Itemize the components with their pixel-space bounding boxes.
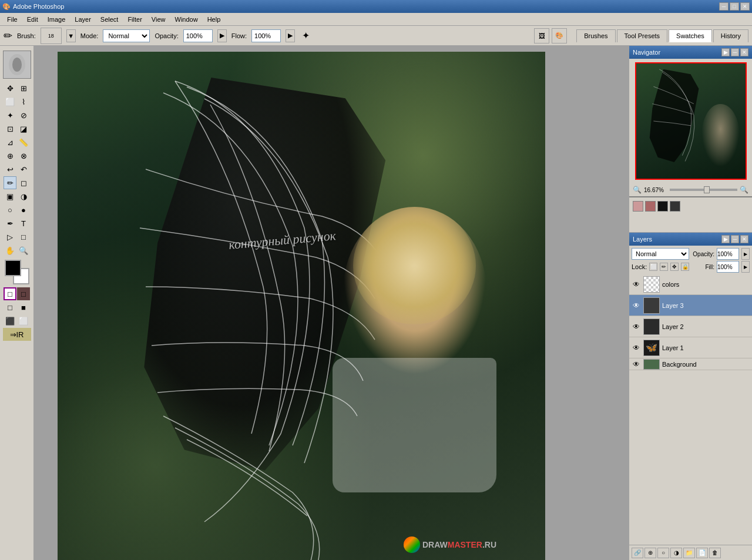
zoom-in-icon[interactable]: 🔍 [740,186,748,194]
layers-close-btn[interactable]: ✕ [740,235,748,243]
pen-btn[interactable]: ✒ [4,217,16,230]
slice-btn[interactable]: ◪ [17,122,30,135]
crop-btn[interactable]: ⊡ [4,122,16,135]
move-tool-btn[interactable]: ✥ [4,82,16,95]
gradient-btn[interactable]: ▣ [4,190,16,203]
screen-full-btn[interactable]: ■ [17,301,30,314]
tool-extra-1[interactable]: ⬛ [4,314,16,327]
opacity-input[interactable] [183,29,213,42]
lock-position-btn[interactable]: ✥ [670,263,679,271]
path-select-btn[interactable]: ▷ [4,230,16,243]
quick-mask-off-btn[interactable]: □ [4,287,16,300]
layer-visibility-bg[interactable]: 👁 [632,360,641,369]
layer-item-2[interactable]: 👁 Layer 2 [629,316,752,337]
palette-btn[interactable]: 🎨 [552,28,567,43]
link-layers-btn[interactable]: 🔗 [632,548,643,558]
hand-btn[interactable]: ✋ [4,244,16,257]
image-options-btn[interactable]: 🖼 [534,28,549,43]
brush-preview-mini[interactable]: 18 [41,28,62,44]
new-group-btn[interactable]: 📁 [683,548,695,558]
zoom-slider[interactable] [670,189,737,191]
navigator-collapse-btn[interactable]: ─ [731,48,739,56]
measure-btn[interactable]: 📏 [17,136,30,149]
zoom-slider-thumb[interactable] [704,186,710,193]
maximize-button[interactable]: □ [730,2,739,11]
brush-dropdown-btn[interactable]: ▼ [66,29,76,42]
flow-input[interactable] [251,29,281,42]
layers-opacity-arrow[interactable]: ▶ [741,248,750,260]
flow-dropdown-btn[interactable]: ▶ [286,29,295,42]
menu-file[interactable]: File [2,15,22,24]
layers-mode-select[interactable]: Normal Multiply Screen Overlay [632,248,689,260]
blur-btn[interactable]: ◑ [17,190,30,203]
add-mask-btn[interactable]: ○ [657,548,669,558]
navigator-close-btn[interactable]: ✕ [740,48,748,56]
airbrush-icon[interactable]: ✦ [302,30,310,41]
menu-view[interactable]: View [147,15,170,24]
layer-visibility-1[interactable]: 👁 [632,343,641,353]
lock-all-btn[interactable]: 🔒 [681,263,689,271]
layer-visibility-3[interactable]: 👁 [632,301,641,310]
clone-btn[interactable]: ⊗ [17,149,30,162]
menu-window[interactable]: Window [170,15,203,24]
layers-menu-btn[interactable]: ▶ [721,235,730,243]
lock-image-btn[interactable]: ✏ [660,263,668,271]
text-btn[interactable]: T [17,217,30,230]
add-style-btn[interactable]: ⊕ [644,548,656,558]
opacity-dropdown-btn[interactable]: ▶ [217,29,227,42]
heal-btn[interactable]: ⊕ [4,149,16,162]
artboard-tool-btn[interactable]: ⊞ [17,82,30,95]
navigator-menu-btn[interactable]: ▶ [721,48,730,56]
layer-visibility-2[interactable]: 👁 [632,322,641,331]
burn-btn[interactable]: ● [17,203,30,216]
menu-layer[interactable]: Layer [70,15,96,24]
layers-collapse-btn[interactable]: ─ [731,235,739,243]
marquee-rect-btn[interactable]: ⬜ [4,95,16,108]
zoom-btn[interactable]: 🔍 [17,244,30,257]
menu-filter[interactable]: Filter [123,15,146,24]
tool-extra-2[interactable]: ⬜ [17,314,30,327]
art-history-btn[interactable]: ↶ [17,163,30,176]
swatch-red[interactable] [645,201,656,212]
jump-to-imageready[interactable]: ⇒IR [3,328,31,341]
shape-btn[interactable]: □ [17,230,30,243]
mode-select[interactable]: Normal Multiply Screen Overlay [103,29,150,42]
close-button[interactable]: ✕ [740,2,750,11]
new-layer-btn[interactable]: 📄 [696,548,708,558]
screen-normal-btn[interactable]: □ [4,301,16,314]
fill-input[interactable] [717,261,739,273]
menu-select[interactable]: Select [96,15,123,24]
swatch-darkgray[interactable] [670,201,680,212]
brush-btn[interactable]: ✏ [4,176,16,189]
delete-layer-btn[interactable]: 🗑 [709,548,721,558]
tab-swatches[interactable]: Swatches [669,29,712,42]
tab-history[interactable]: History [713,29,748,42]
swatch-pink[interactable] [633,201,643,212]
menu-help[interactable]: Help [203,15,226,24]
history-brush-btn[interactable]: ↩ [4,163,16,176]
zoom-out-icon[interactable]: 🔍 [633,186,642,194]
minimize-button[interactable]: ─ [719,2,728,11]
fill-arrow[interactable]: ▶ [741,261,750,273]
tab-brushes[interactable]: Brushes [576,29,615,42]
layer-item-bg[interactable]: 👁 Background [629,358,752,370]
layer-item-colors[interactable]: 👁 colors [629,274,752,295]
menu-edit[interactable]: Edit [22,15,43,24]
layer-item-3[interactable]: 👁 Layer 3 [629,295,752,316]
swatch-black[interactable] [657,201,668,212]
layer-item-1[interactable]: 👁 🦋 Layer 1 [629,337,752,358]
menu-image[interactable]: Image [43,15,70,24]
eraser-btn[interactable]: ◻ [17,176,30,189]
foreground-color[interactable] [5,260,21,276]
lock-transparent-btn[interactable]: ⬜ [649,263,657,271]
layer-visibility-colors[interactable]: 👁 [632,280,641,289]
quick-mask-on-btn[interactable]: □ [17,287,30,300]
dodge-btn[interactable]: ○ [4,203,16,216]
eyedropper-btn[interactable]: ⊿ [4,136,16,149]
lasso-btn[interactable]: ⌇ [17,95,30,108]
magic-wand-btn[interactable]: ✦ [4,109,16,122]
layers-opacity-input[interactable] [717,248,739,260]
tab-toolpresets[interactable]: Tool Presets [617,29,668,42]
adjustment-layer-btn[interactable]: ◑ [670,548,682,558]
quick-select-btn[interactable]: ⊘ [17,109,30,122]
